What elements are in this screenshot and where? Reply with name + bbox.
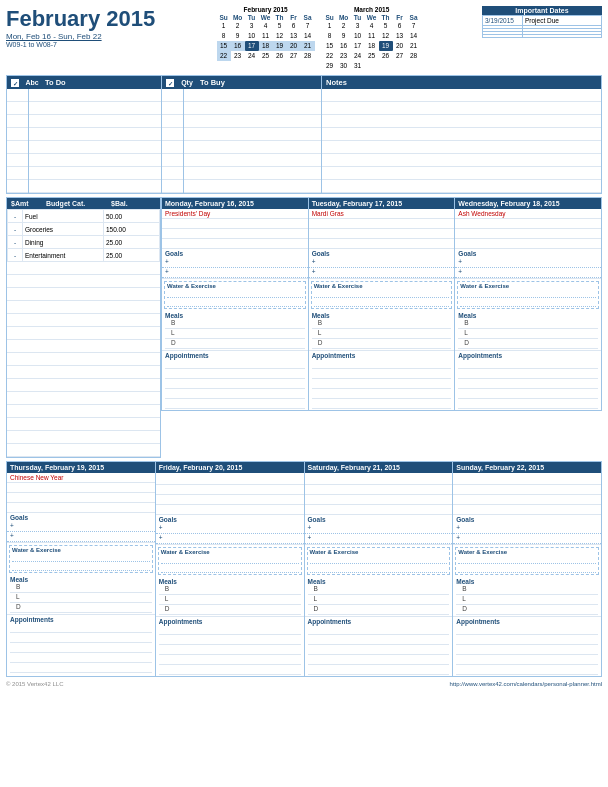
saturday-water: Water & Exercise: [307, 547, 451, 575]
budget-row-3: - Dining 25.00: [8, 236, 160, 249]
sunday-header: Sunday, February 22, 2015: [453, 462, 601, 473]
tobuy-rows: [162, 89, 321, 193]
main-title: February 2015: [6, 6, 155, 32]
title-block: February 2015 Mon, Feb 16 - Sun, Feb 22 …: [6, 6, 155, 71]
wednesday-holiday: Ash Wednesday: [455, 209, 601, 219]
bottom-section: Thursday, February 19, 2015 Chinese New …: [6, 461, 602, 677]
monday-col: Monday, February 16, 2015 Presidents' Da…: [161, 197, 309, 411]
wednesday-events: [455, 219, 601, 249]
monday-events: [162, 219, 308, 249]
budget-filler: [7, 262, 160, 457]
tobuy-label: To Buy: [200, 78, 225, 87]
notes-block: Notes: [322, 76, 601, 193]
wednesday-goals: + +: [455, 258, 601, 279]
tuesday-events: [309, 219, 455, 249]
budget-table: - Fuel 50.00 - Groceries 150.00 - Dining…: [7, 209, 160, 262]
budget-header: $Amt Budget Cat. $Bal.: [7, 198, 160, 209]
friday-water: Water & Exercise: [158, 547, 302, 575]
feb-d3: 3: [245, 21, 259, 31]
tobuy-qty-col: [162, 89, 184, 193]
footer-url[interactable]: http://www.vertex42.com/calendars/person…: [450, 681, 602, 687]
feb-d19: 19: [273, 41, 287, 51]
wednesday-appt-label: Appointments: [458, 352, 598, 359]
important-date-row-5: [482, 35, 601, 38]
wednesday-col: Wednesday, February 18, 2015 Ash Wednesd…: [455, 197, 602, 411]
feb-d1: 1: [217, 21, 231, 31]
sign-2: -: [8, 223, 23, 236]
budget-row-4: - Entertainment 25.00: [8, 249, 160, 262]
feb-d11: 11: [259, 31, 273, 41]
saturday-appt-label: Appointments: [308, 618, 450, 625]
friday-header: Friday, February 20, 2015: [156, 462, 304, 473]
header: February 2015 Mon, Feb 16 - Sun, Feb 22 …: [6, 6, 602, 71]
bottom-daily-row: Thursday, February 19, 2015 Chinese New …: [6, 461, 602, 677]
important-date-row-1: 3/19/2015 Project Due: [482, 16, 601, 26]
feb-mini-cal: February 2015 Su Mo Tu We Th Fr Sa 1 2 3…: [217, 6, 315, 71]
todo-checkbox-icon: ✓: [11, 79, 19, 87]
feb-cal-grid: Su Mo Tu We Th Fr Sa 1 2 3 4 5 6 7 8: [217, 14, 315, 61]
bal-3: 25.00: [103, 236, 159, 249]
footer: © 2015 Vertex42 LLC http://www.vertex42.…: [6, 681, 602, 687]
feb-cal-title: February 2015: [217, 6, 315, 13]
feb-d25: 25: [259, 51, 273, 61]
saturday-holiday: [305, 473, 453, 485]
sunday-col: Sunday, February 22, 2015 Goals + + Wate…: [453, 461, 602, 677]
wednesday-meals-label: Meals: [458, 312, 598, 319]
top-daily-section: Monday, February 16, 2015 Presidents' Da…: [161, 197, 602, 458]
feb-d5: 5: [273, 21, 287, 31]
todo-header: ✓ Abc To Do: [7, 76, 161, 89]
saturday-goals-label: Goals: [305, 515, 453, 524]
tuesday-water: Water & Exercise: [311, 281, 453, 309]
notes-lines: [322, 89, 601, 193]
feb-d2: 2: [231, 21, 245, 31]
sunday-events: [453, 485, 601, 515]
tuesday-meals: Meals B L D: [309, 311, 455, 351]
sign-3: -: [8, 236, 23, 249]
tobuy-text-col: [184, 89, 321, 193]
wednesday-meals: Meals B L D: [455, 311, 601, 351]
sunday-appts: Appointments: [453, 617, 601, 676]
bal-4: 25.00: [103, 249, 159, 262]
date-5: [482, 35, 522, 38]
tuesday-goals-label: Goals: [309, 249, 455, 258]
important-dates-table: 3/19/2015 Project Due: [482, 15, 602, 38]
sunday-holiday: [453, 473, 601, 485]
middle-section: $Amt Budget Cat. $Bal. - Fuel 50.00 - Gr…: [6, 197, 602, 458]
tuesday-appt-label: Appointments: [312, 352, 452, 359]
bal-1: 50.00: [103, 210, 159, 223]
abc-label: Abc: [21, 79, 43, 86]
feb-d24: 24: [245, 51, 259, 61]
important-dates: Important Dates 3/19/2015 Project Due: [482, 6, 602, 71]
feb-d18: 18: [259, 41, 273, 51]
todo-block: ✓ Abc To Do: [7, 76, 162, 193]
mini-calendars: February 2015 Su Mo Tu We Th Fr Sa 1 2 3…: [217, 6, 421, 71]
cat-2: Groceries: [22, 223, 103, 236]
wednesday-goals-label: Goals: [455, 249, 601, 258]
thursday-goals-label: Goals: [7, 513, 155, 522]
budget-row-1: - Fuel 50.00: [8, 210, 160, 223]
thursday-meals: Meals B L D: [7, 575, 155, 615]
top-section: ✓ Abc To Do: [6, 75, 602, 194]
friday-meals: Meals B L D: [156, 577, 304, 617]
tuesday-appts: Appointments: [309, 351, 455, 410]
sunday-meals-label: Meals: [456, 578, 598, 585]
feb-d10: 10: [245, 31, 259, 41]
saturday-header: Saturday, February 21, 2015: [305, 462, 453, 473]
feb-d12: 12: [273, 31, 287, 41]
copyright: © 2015 Vertex42 LLC: [6, 681, 63, 687]
saturday-events: [305, 485, 453, 515]
monday-meals: Meals B L D: [162, 311, 308, 351]
todo-text-col: [29, 89, 161, 193]
wednesday-water: Water & Exercise: [457, 281, 599, 309]
saturday-meals-label: Meals: [308, 578, 450, 585]
saturday-meals: Meals B L D: [305, 577, 453, 617]
cat-4: Entertainment: [22, 249, 103, 262]
feb-d9: 9: [231, 31, 245, 41]
budget-row-2: - Groceries 150.00: [8, 223, 160, 236]
feb-d28: 28: [301, 51, 315, 61]
sunday-goals: + +: [453, 524, 601, 545]
thursday-meals-label: Meals: [10, 576, 152, 583]
feb-d23: 23: [231, 51, 245, 61]
thursday-appt-label: Appointments: [10, 616, 152, 623]
tuesday-header: Tuesday, February 17, 2015: [309, 198, 455, 209]
